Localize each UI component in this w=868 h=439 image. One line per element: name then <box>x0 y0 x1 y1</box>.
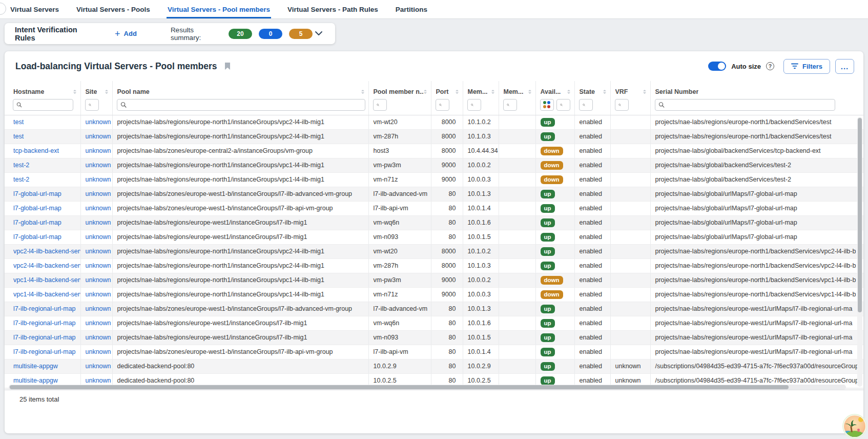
table-row: l7-global-url-mapunknownprojects/nae-lab… <box>5 230 863 244</box>
sort-icon-site[interactable] <box>105 90 108 94</box>
horizontal-scrollbar-thumb[interactable] <box>10 385 789 389</box>
mem1-cell: 10.0.1.5 <box>463 330 499 345</box>
hostname-link[interactable]: tcp-backend-ext <box>13 147 59 154</box>
hostname-link[interactable]: l7-global-url-map <box>13 190 61 197</box>
port-filter-input[interactable] <box>436 99 449 111</box>
tab-virtual-servers-pools[interactable]: Virtual Servers - Pools <box>75 0 151 18</box>
hostname-link[interactable]: test <box>13 133 24 140</box>
hostname-link[interactable]: vpc1-l4-ilb-backend-service <box>13 291 80 298</box>
tab-virtual-servers-path-rules[interactable]: Virtual Servers - Path Rules <box>286 0 379 18</box>
vrf-cell <box>610 330 650 345</box>
hostname-link[interactable]: l7-global-url-map <box>13 205 61 212</box>
hostname-link[interactable]: test-2 <box>13 162 29 169</box>
hostname-cell: test-2 <box>5 172 80 187</box>
horizontal-scrollbar[interactable] <box>9 385 846 390</box>
site-link[interactable]: unknown <box>86 377 109 384</box>
tab-virtual-servers-pool-members[interactable]: Virtual Servers - Pool members <box>167 0 271 18</box>
hostname-link[interactable]: l7-ilb-regional-url-map <box>13 305 76 312</box>
hostname-link[interactable]: multisite-appgw <box>13 363 58 370</box>
results-warning-badge[interactable]: 5 <box>289 29 313 39</box>
avail-filter-input[interactable] <box>556 99 570 111</box>
site-link[interactable]: unknown <box>86 205 109 212</box>
site-filter-input[interactable] <box>85 99 99 111</box>
vrf-cell <box>610 215 650 230</box>
sort-icon-avail[interactable] <box>567 90 570 94</box>
state-filter-input[interactable] <box>579 99 593 111</box>
chevron-down-icon[interactable] <box>313 28 325 39</box>
table-row: testunknownprojects/nae-labs/regions/eur… <box>5 129 863 144</box>
results-summary-label: Results summary: <box>171 26 222 42</box>
site-link[interactable]: unknown <box>86 147 109 154</box>
site-link[interactable]: unknown <box>86 276 109 284</box>
vrf-filter-input[interactable] <box>615 99 629 111</box>
site-link[interactable]: unknown <box>86 176 109 183</box>
hostname-link[interactable]: vpc2-l4-ilb-backend-service <box>13 262 80 269</box>
pool_name-cell: projects/nae-labs/regions/europe-west1/i… <box>112 316 368 330</box>
sort-icon-port[interactable] <box>456 90 459 94</box>
site-link[interactable]: unknown <box>86 118 109 126</box>
mem1-cell: 10.0.1.6 <box>463 215 499 230</box>
filters-button[interactable]: Filters <box>783 59 830 74</box>
availability-badge: up <box>541 333 555 342</box>
auto-size-toggle[interactable] <box>708 62 726 71</box>
hostname-cell: l7-ilb-regional-url-map <box>5 302 80 316</box>
hostname-cell: test <box>5 129 80 144</box>
hostname-link[interactable]: l7-ilb-regional-url-map <box>13 334 76 341</box>
mem2-cell <box>499 201 535 215</box>
results-info-badge[interactable]: 0 <box>259 29 282 39</box>
hostname-link[interactable]: multisite-appgw <box>13 377 58 384</box>
mem1-cell: 10.0.0.3 <box>463 172 499 187</box>
sort-icon-mem1[interactable] <box>491 90 494 94</box>
site-link[interactable]: unknown <box>86 305 109 312</box>
hostname-link[interactable]: l7-ilb-regional-url-map <box>13 348 76 355</box>
sort-icon-pool_name[interactable] <box>361 90 364 94</box>
hostname-link[interactable]: vpc1-l4-ilb-backend-service <box>13 276 80 284</box>
bookmark-icon[interactable] <box>224 63 231 70</box>
site-link[interactable]: unknown <box>86 291 109 298</box>
site-link[interactable]: unknown <box>86 133 109 140</box>
pool_name-filter-input[interactable] <box>117 99 365 111</box>
pool_member_name-filter-input[interactable] <box>373 99 387 111</box>
sort-icon-mem2[interactable] <box>528 90 531 94</box>
more-options-button[interactable]: ... <box>835 59 854 74</box>
port-cell: 8000 <box>431 258 463 273</box>
island-widget-icon[interactable] <box>842 413 867 439</box>
pool_name-cell: projects/nae-labs/regions/europe-north1/… <box>112 158 368 172</box>
site-link[interactable]: unknown <box>86 262 109 269</box>
site-link[interactable]: unknown <box>86 334 109 341</box>
site-link[interactable]: unknown <box>86 363 109 370</box>
hostname-link[interactable]: l7-global-url-map <box>13 233 61 241</box>
site-cell: unknown <box>80 244 112 258</box>
hostname-link[interactable]: test <box>13 118 24 126</box>
site-link[interactable]: unknown <box>86 162 109 169</box>
serial_number-filter-input[interactable] <box>655 99 835 111</box>
sort-icon-pool_member_name[interactable] <box>424 90 427 94</box>
site-cell: unknown <box>80 287 112 302</box>
help-icon[interactable]: ? <box>766 62 774 70</box>
hostname-link[interactable]: l7-ilb-regional-url-map <box>13 320 76 327</box>
sort-icon-state[interactable] <box>603 90 606 94</box>
site-link[interactable]: unknown <box>86 233 109 241</box>
site-link[interactable]: unknown <box>86 219 109 226</box>
hostname-link[interactable]: vpc2-l4-ilb-backend-service <box>13 248 80 255</box>
hostname-filter-input[interactable] <box>13 99 73 111</box>
mem1-filter-input[interactable] <box>467 99 481 111</box>
results-pass-badge[interactable]: 20 <box>229 29 252 39</box>
sort-icon-hostname[interactable] <box>73 90 76 94</box>
add-rule-button[interactable]: + Add <box>115 29 137 38</box>
hostname-link[interactable]: l7-global-url-map <box>13 219 61 226</box>
tab-virtual-servers[interactable]: Virtual Servers <box>9 0 60 18</box>
hostname-link[interactable]: test-2 <box>13 176 29 183</box>
vertical-scrollbar-thumb[interactable] <box>858 118 862 312</box>
site-link[interactable]: unknown <box>86 320 109 327</box>
site-link[interactable]: unknown <box>86 348 109 355</box>
availability-legend-filter-button[interactable] <box>540 99 554 111</box>
sort-icon-vrf[interactable] <box>643 90 646 94</box>
site-link[interactable]: unknown <box>86 248 109 255</box>
hostname-cell: l7-global-url-map <box>5 230 80 244</box>
tab-partitions[interactable]: Partitions <box>395 0 428 18</box>
mem2-filter-input[interactable] <box>503 99 517 111</box>
serial_number-cell: projects/nae-labs/regions/europe-west1/u… <box>650 316 863 330</box>
site-link[interactable]: unknown <box>86 190 109 197</box>
vertical-scrollbar[interactable] <box>857 117 862 387</box>
